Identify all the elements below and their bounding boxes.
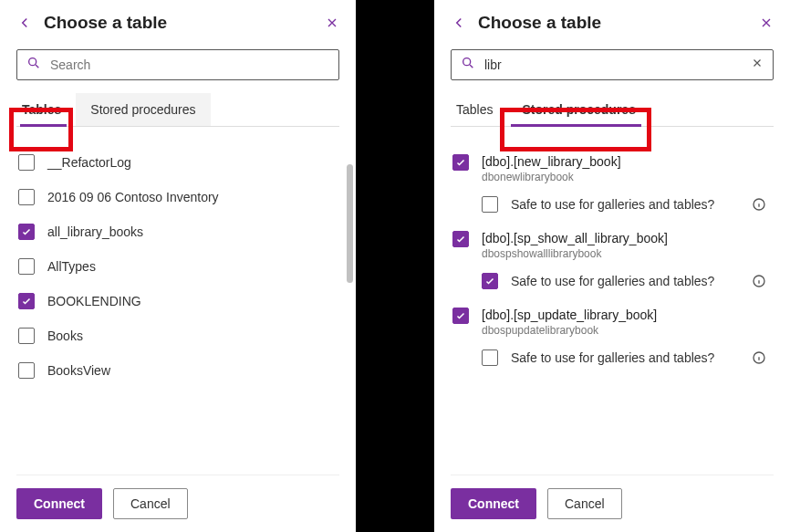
info-icon[interactable] [752,274,766,288]
search-icon [26,56,41,74]
table-label: Books [47,329,83,343]
safe-label: Safe to use for galleries and tables? [511,197,714,212]
close-icon[interactable] [325,16,339,30]
table-row[interactable]: 2016 09 06 Contoso Inventory [16,180,334,214]
tables-list: __RefactorLog2016 09 06 Contoso Inventor… [16,132,339,475]
safe-label: Safe to use for galleries and tables? [511,350,714,365]
footer: Connect Cancel [451,475,774,519]
close-icon[interactable] [759,16,774,30]
sp-name: [dbo].[sp_update_library_book] [482,308,657,322]
table-label: all_library_books [47,224,143,239]
checkbox[interactable] [452,231,469,247]
panel-right: Choose a table Tables Stored procedures … [434,0,790,532]
table-row[interactable]: Books [16,318,334,353]
search-input[interactable] [483,57,743,73]
table-row[interactable]: BooksView [16,353,334,388]
checkbox[interactable] [18,258,35,275]
info-icon[interactable] [752,350,766,365]
footer: Connect Cancel [16,475,339,519]
checkbox[interactable] [452,154,469,171]
checkbox[interactable] [18,293,35,309]
tab-tables[interactable]: Tables [451,93,507,126]
cancel-button[interactable]: Cancel [547,488,622,519]
tabs: Tables Stored procedures [451,93,774,127]
search-input-container [451,49,774,80]
panel-divider [356,0,434,532]
clear-search-icon[interactable] [751,57,764,73]
tab-stored-procedures[interactable]: Stored procedures [507,93,650,126]
safe-checkbox[interactable] [482,273,498,289]
stored-procedure-item: [dbo].[new_library_book]dbonewlibraryboo… [451,145,768,222]
svg-point-1 [463,58,471,66]
sp-name: [dbo].[new_library_book] [482,154,621,169]
header: Choose a table [16,13,339,33]
search-input[interactable] [48,57,329,73]
table-row[interactable]: BOOKLENDING [16,284,334,318]
connect-button[interactable]: Connect [16,488,102,519]
panel-left: Choose a table Tables Stored procedures … [0,0,356,532]
sp-subtitle: dbonewlibrarybook [482,171,621,183]
table-label: AllTypes [47,259,96,274]
cancel-button[interactable]: Cancel [113,488,188,519]
back-arrow-icon[interactable] [451,15,467,31]
checkbox[interactable] [452,308,469,324]
table-label: BOOKLENDING [47,294,141,308]
checkbox[interactable] [18,224,35,240]
table-label: BooksView [47,363,110,378]
checkbox[interactable] [18,154,35,171]
stored-procedure-item: [dbo].[sp_show_all_library_book]dbospsho… [451,222,768,298]
safe-checkbox[interactable] [482,196,498,213]
checkbox[interactable] [18,189,35,205]
sp-name: [dbo].[sp_show_all_library_book] [482,231,668,245]
table-label: __RefactorLog [47,155,131,170]
safe-label: Safe to use for galleries and tables? [511,274,714,288]
tabs: Tables Stored procedures [16,93,339,127]
header: Choose a table [451,13,774,33]
panel-title: Choose a table [478,13,748,33]
connect-button[interactable]: Connect [451,488,536,519]
svg-point-0 [29,58,36,66]
stored-procedure-item: [dbo].[sp_update_library_book]dbospupdat… [451,298,768,375]
table-label: 2016 09 06 Contoso Inventory [47,190,219,204]
tab-tables[interactable]: Tables [16,93,76,126]
back-arrow-icon[interactable] [16,15,33,31]
table-row[interactable]: __RefactorLog [16,145,334,180]
table-row[interactable]: AllTypes [16,249,334,284]
sp-subtitle: dbospshowalllibrarybook [482,247,668,260]
safe-checkbox[interactable] [482,349,498,366]
stored-procedures-list: [dbo].[new_library_book]dbonewlibraryboo… [451,132,774,475]
sp-subtitle: dbospupdatelibrarybook [482,324,657,337]
search-input-container [16,49,339,80]
tab-stored-procedures[interactable]: Stored procedures [76,93,210,126]
scrollbar-thumb[interactable] [347,164,353,283]
info-icon[interactable] [752,197,766,212]
table-row[interactable]: all_library_books [16,214,334,249]
checkbox[interactable] [18,362,35,379]
panel-title: Choose a table [44,13,314,33]
checkbox[interactable] [18,328,35,344]
search-icon [461,56,475,74]
